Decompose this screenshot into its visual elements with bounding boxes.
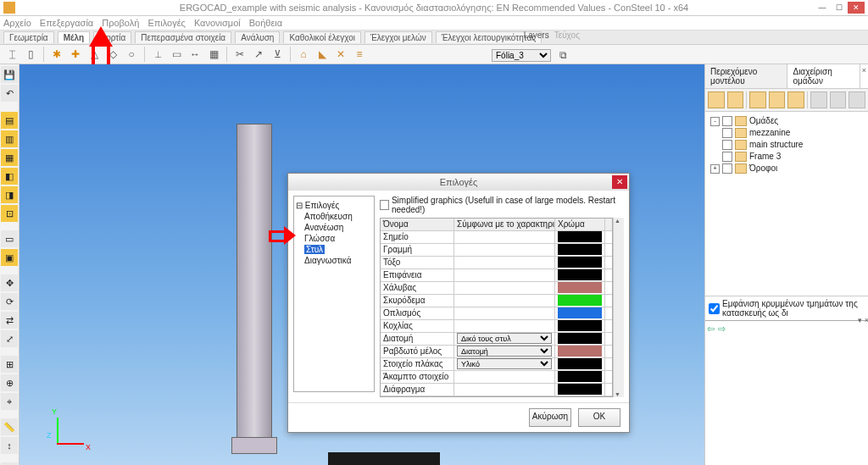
tree-frame3[interactable]: Frame 3 xyxy=(749,151,781,163)
ok-button[interactable]: OK xyxy=(578,408,620,427)
rp-tool-1-icon[interactable] xyxy=(810,91,827,108)
rotate-icon[interactable]: ⟳ xyxy=(1,293,18,310)
grid-scrollbar[interactable] xyxy=(613,218,624,397)
view-fit-icon[interactable]: ⊡ xyxy=(1,205,18,222)
menu-help[interactable]: Βοήθεια xyxy=(249,18,282,28)
grid-cell-color[interactable] xyxy=(555,244,605,256)
grid-cell-color[interactable] xyxy=(555,358,605,370)
color-swatch[interactable] xyxy=(558,295,602,306)
grid-cell-attr[interactable]: Υλικό xyxy=(454,358,555,370)
view-persp-icon[interactable]: ◨ xyxy=(1,186,18,203)
grid-row[interactable]: ΔιατομήΔικό τους στυλ xyxy=(381,333,612,346)
color-swatch[interactable] xyxy=(558,307,602,318)
grid-row[interactable]: Τόξο xyxy=(381,257,612,269)
dialog-tree[interactable]: ⊟ Επιλογές Αποθήκευση Ανανέωση Γλώσσα Στ… xyxy=(293,196,375,392)
color-swatch[interactable] xyxy=(558,282,602,293)
style-grid[interactable]: Όνομα Σύμφωνα με το χαρακτηριστικό Χρώμα… xyxy=(380,218,613,397)
panel-close-icon[interactable]: × xyxy=(860,64,868,88)
lower-fwd-icon[interactable]: ⇨ xyxy=(718,324,726,335)
grid-row[interactable]: Σημείο xyxy=(381,231,612,244)
grid-cell-color[interactable] xyxy=(555,307,605,319)
maximize-button[interactable]: ☐ xyxy=(831,2,848,14)
grid-row[interactable]: Διάφραγμα xyxy=(381,384,612,396)
undo-icon[interactable]: ↶ xyxy=(1,85,18,102)
menu-options[interactable]: Επιλογές xyxy=(147,18,186,28)
dimension-icon[interactable]: ↕ xyxy=(1,437,18,454)
tool-extend-icon[interactable]: ↗ xyxy=(250,46,267,63)
grid-row[interactable]: Γραμμή xyxy=(381,244,612,257)
color-swatch[interactable] xyxy=(558,346,602,357)
color-swatch[interactable] xyxy=(558,358,602,369)
tool-release-icon[interactable]: ◇ xyxy=(104,46,121,63)
tab-fe[interactable]: Πεπερασμένα στοιχεία xyxy=(135,31,231,43)
select-window-icon[interactable]: ▣ xyxy=(1,249,18,266)
grid-row[interactable]: Σκυρόδεμα xyxy=(381,295,612,307)
view-top-icon[interactable]: ▤ xyxy=(1,112,18,129)
tree-item-refresh[interactable]: Ανανέωση xyxy=(304,222,372,233)
tree-item-diagnostics[interactable]: Διαγνωστικά xyxy=(304,255,372,266)
color-swatch[interactable] xyxy=(558,320,602,331)
tree-mezzanine[interactable]: mezzanine xyxy=(749,127,790,139)
grid-cell-color[interactable] xyxy=(555,346,605,357)
grid-row[interactable]: Κοχλίας xyxy=(381,320,612,333)
tool-plate-icon[interactable]: ▭ xyxy=(168,46,185,63)
grid-cell-color[interactable] xyxy=(555,320,605,332)
scale-icon[interactable]: ⤢ xyxy=(1,330,18,347)
model-column[interactable] xyxy=(236,124,272,447)
layers-tab2[interactable]: Τεύχος xyxy=(554,30,580,40)
grid-cell-attr[interactable]: Διατομή xyxy=(454,346,555,357)
tree-item-save[interactable]: Αποθήκευση xyxy=(304,211,372,222)
color-swatch[interactable] xyxy=(558,333,602,344)
ucs-icon[interactable]: ⌖ xyxy=(1,393,18,410)
grid-cell-color[interactable] xyxy=(555,295,605,307)
dialog-close-button[interactable]: ✕ xyxy=(612,175,627,189)
tool-support-icon[interactable]: △ xyxy=(86,46,103,63)
attr-dropdown[interactable]: Υλικό xyxy=(457,358,552,369)
grid-row[interactable]: Οπλισμός xyxy=(381,307,612,320)
tree-item-language[interactable]: Γλώσσα xyxy=(304,233,372,244)
grid-row[interactable]: Χάλυβας xyxy=(381,282,612,295)
color-swatch[interactable] xyxy=(558,371,602,382)
layers-manage-icon[interactable]: ⧉ xyxy=(554,47,571,64)
color-swatch[interactable] xyxy=(558,269,602,280)
model-baseplate[interactable] xyxy=(231,437,277,454)
measure-icon[interactable]: 📏 xyxy=(1,418,18,435)
move-icon[interactable]: ✥ xyxy=(1,274,18,291)
tree-storeys[interactable]: Όροφοι xyxy=(749,163,777,174)
grid-cell-attr[interactable]: Δικό τους στυλ xyxy=(454,333,555,345)
cancel-button[interactable]: Ακύρωση xyxy=(529,408,571,427)
viewport[interactable]: Y X Z Επιλογές ✕ ⊟ Επιλογές Αποθήκευση Α… xyxy=(19,64,704,465)
grid-cell-color[interactable] xyxy=(555,257,605,268)
tab-global-checks[interactable]: Καθολικοί έλεγχοι xyxy=(283,31,361,43)
grid-row[interactable]: Στοιχείο πλάκαςΥλικό xyxy=(381,358,612,371)
rp-filter-4-icon[interactable] xyxy=(769,91,786,108)
rp-tool-3-icon[interactable] xyxy=(849,91,865,108)
lower-panel-close-icon[interactable]: ▾ × xyxy=(858,316,868,324)
grid-cell-color[interactable] xyxy=(555,269,605,281)
tool-hinge-icon[interactable]: ○ xyxy=(123,46,140,63)
layers-select[interactable]: Fólia_3 xyxy=(492,49,551,62)
menu-codes[interactable]: Κανονισμοί xyxy=(194,18,241,28)
simplified-graphics-checkbox[interactable] xyxy=(380,200,389,210)
tool-material-icon[interactable]: ✚ xyxy=(67,46,84,63)
tab-loads[interactable]: Φορτία xyxy=(93,31,131,43)
show-hidden-checkbox[interactable] xyxy=(709,303,720,314)
tree-item-style[interactable]: Στυλ xyxy=(304,245,325,254)
grid-cell-color[interactable] xyxy=(555,384,605,396)
minimize-button[interactable]: — xyxy=(814,2,831,14)
dialog-title-bar[interactable]: Επιλογές ✕ xyxy=(288,174,629,191)
grid-row[interactable]: Άκαμπτο στοιχείο xyxy=(381,371,612,384)
tool-section-icon[interactable]: ✱ xyxy=(48,46,65,63)
grid-cell-color[interactable] xyxy=(555,231,605,243)
menu-edit[interactable]: Επεξεργασία xyxy=(40,18,93,28)
tool-brace-icon[interactable]: ✕ xyxy=(332,46,349,63)
rp-filter-5-icon[interactable] xyxy=(787,91,804,108)
attr-dropdown[interactable]: Διατομή xyxy=(457,346,552,357)
grid-cell-color[interactable] xyxy=(555,371,605,383)
grid-row[interactable]: Επιφάνεια xyxy=(381,269,612,282)
view-front-icon[interactable]: ▥ xyxy=(1,130,18,147)
attr-dropdown[interactable]: Δικό τους στυλ xyxy=(457,333,552,344)
save-icon[interactable]: 💾 xyxy=(1,66,18,83)
tool-link-icon[interactable]: ↔ xyxy=(186,46,203,63)
tab-members[interactable]: Μέλη xyxy=(58,31,91,43)
